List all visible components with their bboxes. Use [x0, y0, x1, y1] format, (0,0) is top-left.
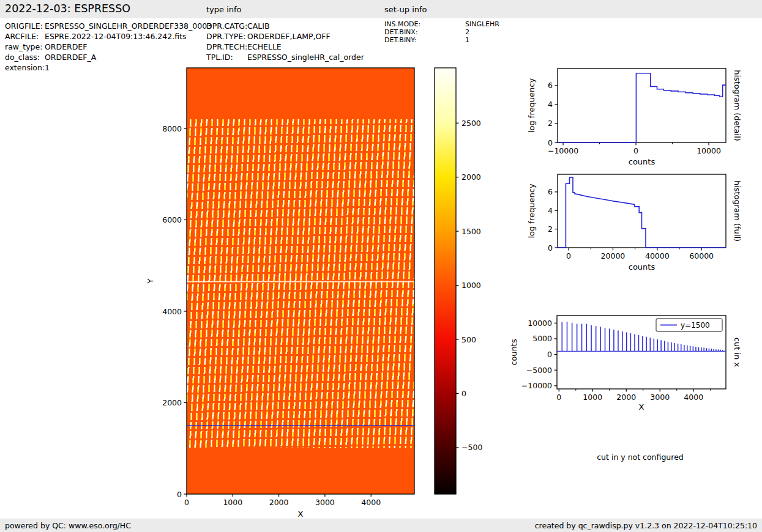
svg-text:10000: 10000 [697, 146, 721, 155]
file-info-row: raw_type:ORDERDEF [5, 42, 212, 52]
svg-text:0: 0 [184, 498, 189, 507]
svg-text:0: 0 [633, 146, 638, 155]
file-info-block: ORIGFILE:ESPRESSO_SINGLEHR_ORDERDEF338_0… [5, 21, 212, 73]
svg-text:20000: 20000 [601, 251, 626, 260]
field-value: ORDERDEF [45, 42, 87, 51]
field-value: SINGLEHR [465, 20, 499, 28]
field-label: DPR.TECH: [206, 42, 247, 52]
cut-in-x: 01000200030004000−10000−50000500010000Xc… [509, 316, 742, 412]
colorbar: 25002000150010005000−500 [435, 68, 482, 494]
svg-text:histogram (detail): histogram (detail) [733, 70, 742, 141]
svg-text:2: 2 [548, 119, 553, 128]
file-info-row: ORIGFILE:ESPRESSO_SINGLEHR_ORDERDEF338_0… [5, 21, 212, 31]
svg-text:Y: Y [146, 278, 155, 284]
svg-text:log frequency: log frequency [527, 183, 536, 238]
echelle-orders-pattern [187, 119, 414, 448]
svg-text:−500: −500 [461, 443, 482, 452]
type-info-row: TPL.ID:ESPRESSO_singleHR_cal_order [206, 52, 364, 62]
file-info-row: do_class:ORDERDEF_A [5, 52, 212, 62]
field-value: 1 [45, 63, 50, 72]
svg-text:5000: 5000 [532, 334, 552, 343]
svg-text:X: X [639, 402, 644, 412]
field-label: DET.BINX: [384, 28, 465, 36]
svg-text:−5000: −5000 [526, 366, 552, 375]
svg-text:−10000: −10000 [548, 146, 578, 155]
field-value: ORDERDEF,LAMP,OFF [247, 32, 331, 41]
field-label: ARCFILE: [5, 31, 45, 42]
svg-text:0: 0 [566, 251, 571, 260]
svg-text:6000: 6000 [162, 215, 182, 224]
field-value: ESPRESSO_SINGLEHR_ORDERDEF338_0003 [45, 21, 212, 31]
svg-text:1500: 1500 [461, 227, 481, 236]
setup-info-row: DET.BINY:1 [384, 36, 499, 44]
raw-image-heatmap [187, 68, 414, 494]
type-info-row: DPR.TECH:ECHELLE [206, 42, 364, 52]
field-value: ORDERDEF_A [45, 53, 96, 62]
svg-text:4000: 4000 [684, 393, 703, 402]
footer-created-by: created by qc_rawdisp.py v1.2.3 on 2022-… [535, 521, 757, 530]
svg-text:500: 500 [461, 335, 476, 344]
svg-text:counts: counts [509, 339, 518, 366]
field-label: DET.BINY: [384, 36, 465, 44]
svg-text:0: 0 [548, 138, 553, 147]
svg-text:6: 6 [548, 81, 553, 90]
svg-text:counts: counts [629, 157, 656, 166]
svg-text:counts: counts [629, 262, 656, 272]
file-info-row: ARCFILE:ESPRE.2022-12-04T09:13:46.242.fi… [5, 31, 212, 42]
svg-text:X: X [298, 509, 304, 519]
svg-text:4: 4 [548, 100, 553, 109]
svg-text:6: 6 [548, 187, 553, 196]
file-info-row: extension:1 [5, 62, 212, 73]
svg-text:−10000: −10000 [521, 381, 552, 390]
setup-info-heading: set-up info [384, 5, 427, 14]
svg-text:4000: 4000 [162, 307, 182, 316]
svg-text:1000: 1000 [461, 281, 481, 290]
type-info-row: DPR.TYPE:ORDERDEF,LAMP,OFF [206, 31, 364, 42]
page-title: 2022-12-03: ESPRESSO [5, 2, 130, 15]
field-label: raw_type: [5, 42, 45, 52]
svg-text:y=1500: y=1500 [681, 321, 710, 330]
field-value: ESPRE.2022-12-04T09:13:46.242.fits [45, 32, 186, 41]
svg-text:2: 2 [548, 224, 553, 234]
histogram-detail: −100000100000246countslog frequencyhisto… [527, 68, 742, 166]
svg-text:1000: 1000 [583, 393, 602, 402]
cut-in-y-note: cut in y not configured [579, 453, 701, 462]
field-value: 1 [465, 36, 469, 44]
field-value: CALIB [247, 21, 270, 31]
svg-text:2000: 2000 [269, 498, 289, 507]
svg-text:3000: 3000 [650, 393, 670, 402]
field-label: do_class: [5, 52, 45, 62]
svg-text:8000: 8000 [162, 124, 182, 133]
field-value: ESPRESSO_singleHR_cal_order [247, 53, 364, 62]
histogram-full: 02000040000600000246countslog frequencyh… [527, 174, 742, 272]
field-label: ORIGFILE: [5, 21, 45, 31]
svg-text:cut in x: cut in x [733, 338, 742, 368]
svg-text:10000: 10000 [528, 319, 552, 328]
svg-text:0: 0 [177, 490, 182, 499]
svg-text:0: 0 [556, 393, 561, 402]
field-label: DPR.TYPE: [206, 31, 247, 42]
setup-info-block: INS.MODE:SINGLEHR DET.BINX:2 DET.BINY:1 [384, 20, 499, 44]
type-info-block: DPR.CATG:CALIB DPR.TYPE:ORDERDEF,LAMP,OF… [206, 21, 364, 62]
setup-info-row: DET.BINX:2 [384, 28, 499, 36]
type-info-heading: type info [206, 5, 242, 14]
svg-text:60000: 60000 [689, 251, 714, 260]
svg-text:2000: 2000 [461, 172, 481, 182]
svg-text:0: 0 [548, 243, 553, 253]
svg-text:log frequency: log frequency [527, 78, 536, 133]
svg-text:1000: 1000 [223, 498, 242, 507]
field-value: 2 [465, 28, 469, 36]
field-label: TPL.ID: [206, 52, 247, 62]
field-label: extension: [5, 62, 45, 73]
field-value: ECHELLE [247, 42, 282, 51]
svg-text:2000: 2000 [162, 398, 182, 407]
svg-text:0: 0 [547, 350, 552, 359]
svg-text:40000: 40000 [645, 251, 670, 260]
svg-text:2000: 2000 [616, 393, 636, 402]
svg-text:3000: 3000 [315, 498, 335, 507]
type-info-row: DPR.CATG:CALIB [206, 21, 364, 31]
footer-powered-by: powered by QC: www.eso.org/HC [5, 521, 131, 530]
field-label: INS.MODE: [384, 20, 465, 28]
svg-text:4: 4 [548, 206, 553, 215]
field-label: DPR.CATG: [206, 21, 247, 31]
